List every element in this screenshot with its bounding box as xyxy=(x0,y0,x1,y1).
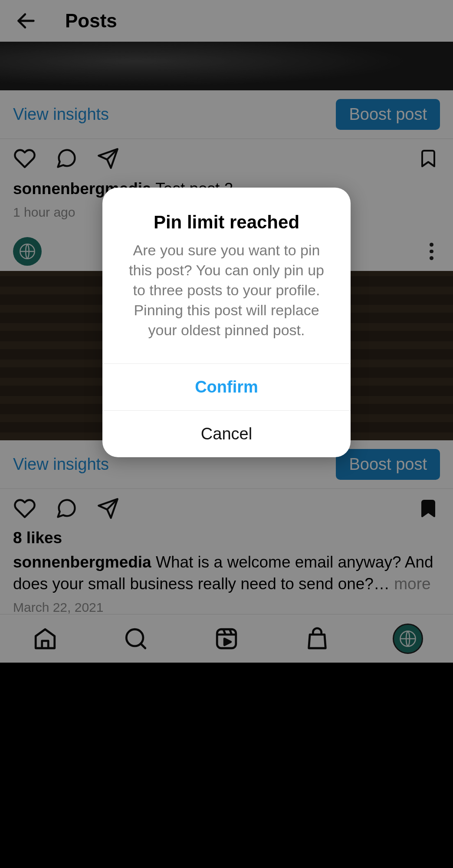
dialog-title: Pin limit reached xyxy=(102,188,351,241)
dialog-body: Are you sure you want to pin this post? … xyxy=(102,241,351,363)
pin-limit-dialog: Pin limit reached Are you sure you want … xyxy=(102,188,351,457)
dialog-confirm-button[interactable]: Confirm xyxy=(102,363,351,410)
modal-overlay[interactable]: Pin limit reached Are you sure you want … xyxy=(0,0,453,868)
dialog-cancel-button[interactable]: Cancel xyxy=(102,410,351,457)
app-root: Posts View insights Boost post sonnenber… xyxy=(0,0,453,868)
